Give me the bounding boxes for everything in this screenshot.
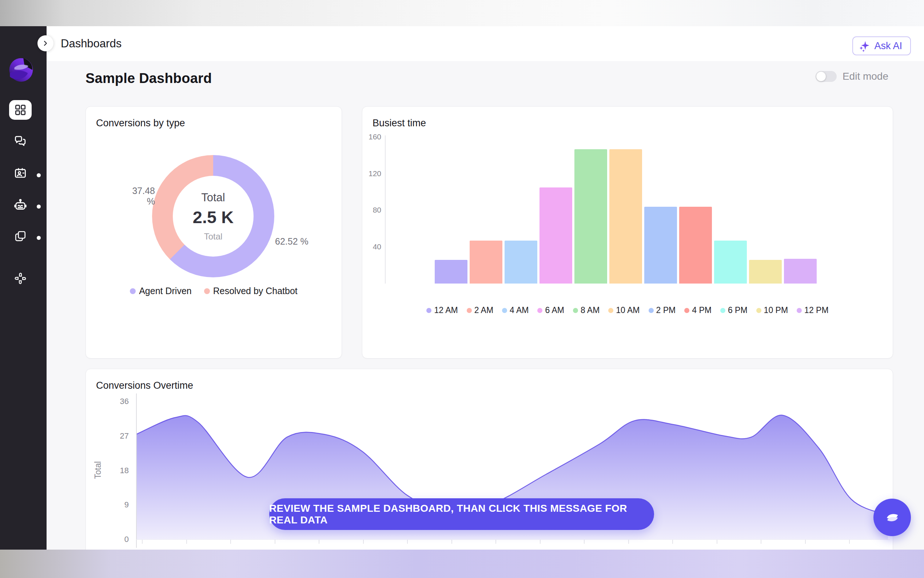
bar-card-title: Busiest time <box>372 118 426 129</box>
card-conversions-overtime: Conversions Overtime Total 36271890 <box>86 369 893 573</box>
bar-4pm[interactable] <box>679 207 712 284</box>
sample-data-banner[interactable]: REVIEW THE SAMPLE DASHBOARD, THAN CLICK … <box>269 498 654 530</box>
donut-callout-right: 62.52 % <box>275 236 309 247</box>
bar-2pm[interactable] <box>644 207 677 284</box>
legend-dot <box>426 308 432 313</box>
bar-legend-item[interactable]: 4 PM <box>684 305 712 315</box>
app-logo-icon <box>8 57 34 83</box>
page-title: Sample Dashboard <box>86 71 212 86</box>
area-y-axis-title: Total <box>93 450 103 490</box>
legend-dot <box>720 308 725 313</box>
legend-label: 8 AM <box>581 305 599 315</box>
legend-label: 10 PM <box>764 305 788 315</box>
sidebar-item-dashboards[interactable] <box>9 100 32 120</box>
legend-dot <box>649 308 654 313</box>
bar-legend-item[interactable]: 6 AM <box>537 305 564 315</box>
donut-center: Total 2.5 K Total <box>152 155 274 278</box>
ai-agent-robot-icon <box>13 198 27 212</box>
chevron-right-icon <box>42 40 49 47</box>
assistant-logo-icon <box>882 507 903 528</box>
bar-legend-item[interactable]: 10 PM <box>756 305 788 315</box>
legend-label: 4 AM <box>510 305 529 315</box>
area-ytick-0: 0 <box>107 535 129 544</box>
conversations-icon <box>14 135 27 148</box>
edit-mode-toggle[interactable] <box>816 71 837 82</box>
ai-agent-notification-dot <box>37 205 41 209</box>
card-conversions-by-type: Conversions by type Total 2.5 K Total 37… <box>86 106 342 359</box>
donut-legend-item[interactable]: Agent Driven <box>130 286 192 296</box>
desktop-top-strip <box>0 0 924 26</box>
sparkles-icon <box>858 40 871 52</box>
bar-12am[interactable] <box>435 260 468 284</box>
legend-label: 2 PM <box>656 305 676 315</box>
bar-legend-item[interactable]: 2 PM <box>649 305 676 315</box>
bar-6pm[interactable] <box>714 240 747 284</box>
card-busiest-time: Busiest time 1601208040 12 AM2 AM4 AM6 A… <box>362 106 893 359</box>
legend-label: 2 AM <box>474 305 493 315</box>
bar-2am[interactable] <box>469 240 502 284</box>
bar-legend-item[interactable]: 12 PM <box>797 305 829 315</box>
bar-6am[interactable] <box>539 187 572 284</box>
sidebar-item-pages[interactable] <box>9 226 32 246</box>
ask-ai-button[interactable]: Ask AI <box>852 36 911 55</box>
copy-pages-icon <box>14 230 27 242</box>
ask-ai-label: Ask AI <box>874 41 902 52</box>
edit-mode-label: Edit mode <box>843 71 888 82</box>
integrations-icon <box>14 272 27 285</box>
legend-dot <box>756 308 761 313</box>
donut-total-value: 2.5 K <box>193 207 233 227</box>
desktop-bottom-strip <box>0 550 924 578</box>
main-area: Dashboards Ask AI Sample Dashboard Edit … <box>47 26 924 550</box>
legend-dot <box>502 308 507 313</box>
legend-label: 6 AM <box>545 305 564 315</box>
bar-8am[interactable] <box>574 149 607 284</box>
legend-label: 10 AM <box>616 305 639 315</box>
banner-text: REVIEW THE SAMPLE DASHBOARD, THAN CLICK … <box>269 503 654 526</box>
bar-ytick-120: 120 <box>362 169 381 178</box>
toggle-knob <box>816 72 826 81</box>
legend-dot <box>573 308 578 313</box>
legend-dot <box>608 308 613 313</box>
bar-12pm[interactable] <box>784 259 817 284</box>
bar-ytick-160: 160 <box>362 133 381 141</box>
bar-10pm[interactable] <box>749 260 782 284</box>
legend-dot <box>130 288 136 294</box>
sidebar-item-conversations[interactable] <box>9 132 32 151</box>
legend-label: Agent Driven <box>139 286 192 296</box>
sidebar-item-contacts[interactable] <box>9 164 32 183</box>
contacts-notification-dot <box>37 173 41 177</box>
bar-legend-item[interactable]: 6 PM <box>720 305 748 315</box>
sidebar-item-ai-agent[interactable] <box>9 195 32 215</box>
bar-ytick-80: 80 <box>362 206 381 214</box>
pages-notification-dot <box>37 236 41 240</box>
legend-label: 12 AM <box>434 305 458 315</box>
breadcrumb: Dashboards <box>61 37 121 50</box>
donut-card-title: Conversions by type <box>96 118 185 129</box>
bar-ytick-40: 40 <box>362 242 381 251</box>
legend-label: 6 PM <box>728 305 748 315</box>
bar-legend: 12 AM2 AM4 AM6 AM8 AM10 AM2 PM4 PM6 PM10… <box>362 305 893 315</box>
dashboard-grid-icon <box>14 104 27 116</box>
area-ytick-27: 27 <box>107 431 129 441</box>
bar-legend-item[interactable]: 2 AM <box>467 305 493 315</box>
sidebar-collapse-button[interactable] <box>37 35 53 51</box>
legend-dot <box>684 308 689 313</box>
bar-legend-item[interactable]: 8 AM <box>573 305 599 315</box>
legend-label: Resolved by Chatbot <box>213 286 298 296</box>
bar-4am[interactable] <box>505 240 537 284</box>
legend-label: 4 PM <box>692 305 712 315</box>
bar-y-axis-line <box>385 135 386 284</box>
legend-dot <box>467 308 472 313</box>
bar-legend-item[interactable]: 10 AM <box>608 305 639 315</box>
donut-total-label: Total <box>201 191 225 204</box>
legend-dot <box>204 288 210 294</box>
bar-legend-item[interactable]: 12 AM <box>426 305 458 315</box>
screen: OB Dashboards Ask AI Sample Dashboard <box>0 0 924 578</box>
sidebar-item-integrations[interactable] <box>9 269 32 288</box>
bar-series <box>435 137 817 284</box>
bar-legend-item[interactable]: 4 AM <box>502 305 529 315</box>
legend-dot <box>537 308 542 313</box>
donut-legend-item[interactable]: Resolved by Chatbot <box>204 286 298 296</box>
assistant-fab[interactable] <box>874 498 911 536</box>
bar-10am[interactable] <box>609 149 642 284</box>
